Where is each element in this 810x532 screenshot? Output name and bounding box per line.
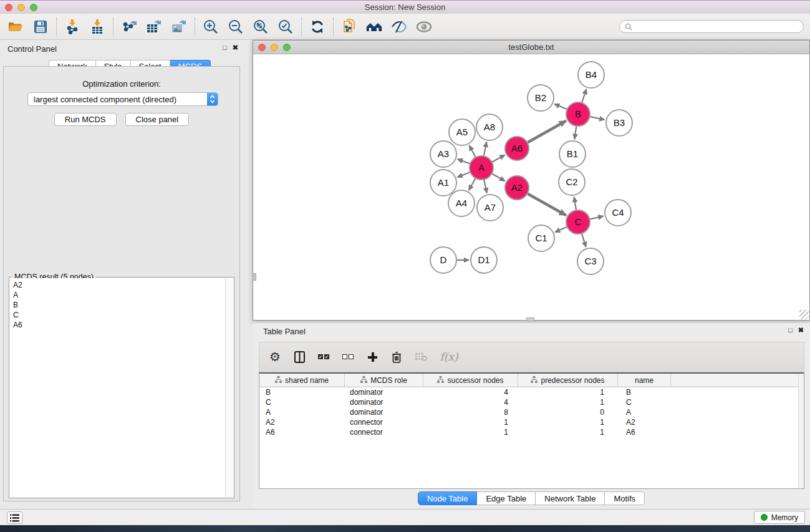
mcds-result-list[interactable]: A2ABCA6 (10, 278, 225, 497)
edge-A-A7[interactable] (484, 180, 487, 193)
save-session-button[interactable] (32, 19, 49, 35)
table-close-panel-icon[interactable]: ✖ (798, 326, 804, 334)
export-network-button[interactable] (121, 19, 137, 35)
search-field[interactable] (619, 20, 804, 33)
edge-A-A1[interactable] (457, 172, 470, 177)
table-cell[interactable]: 1 (518, 397, 618, 407)
column-header-successor-nodes[interactable]: successor nodes (423, 374, 518, 387)
refresh-button[interactable] (309, 19, 325, 35)
open-file-button[interactable] (7, 19, 24, 35)
minimize-window-button[interactable] (17, 4, 25, 11)
edge-A-A4[interactable] (469, 178, 475, 190)
node-A1[interactable]: A1 (430, 170, 456, 196)
table-row[interactable]: Bdominator41B (259, 387, 804, 397)
mcds-result-scrollbar[interactable] (225, 278, 233, 497)
create-column-button[interactable] (365, 350, 379, 364)
network-close-button[interactable] (258, 44, 266, 51)
close-panel-icon[interactable]: ✖ (233, 44, 238, 52)
node-C2[interactable]: C2 (559, 169, 585, 195)
node-A5[interactable]: A5 (449, 119, 475, 145)
table-cell[interactable]: dominator (345, 387, 423, 397)
network-canvas[interactable]: B4B2BB3B1A5A8A3AA1A4A7A6A2C2CC4C1C3DD1 (253, 54, 809, 321)
edge-C-C1[interactable] (555, 227, 567, 232)
tab-motifs[interactable]: Motifs (605, 491, 645, 505)
node-D1[interactable]: D1 (471, 247, 497, 273)
node-table[interactable]: shared nameMCDS rolesuccessor nodesprede… (259, 372, 804, 489)
table-row[interactable]: Adominator80A (259, 407, 804, 417)
edge-A2-C[interactable] (528, 194, 566, 215)
network-left-scrollbar-thumb[interactable] (253, 273, 256, 281)
node-B2[interactable]: B2 (528, 85, 554, 111)
table-settings-button[interactable]: ⚙ (268, 350, 282, 364)
mcds-result-item[interactable]: A2 (13, 280, 222, 290)
table-cell[interactable]: A2 (259, 417, 345, 427)
show-columns-button[interactable] (292, 350, 306, 364)
table-cell[interactable]: B (618, 387, 671, 397)
node-A8[interactable]: A8 (476, 114, 503, 140)
zoom-in-button[interactable] (203, 19, 219, 35)
table-cell[interactable]: 1 (423, 427, 518, 437)
node-A7[interactable]: A7 (477, 195, 503, 221)
table-row[interactable]: Cdominator41C (259, 397, 804, 407)
table-cell[interactable]: 4 (423, 397, 518, 407)
table-cell[interactable]: dominator (345, 407, 423, 417)
edge-A-A3[interactable] (458, 159, 470, 163)
node-B4[interactable]: B4 (578, 62, 604, 88)
edge-C-C4[interactable] (590, 216, 603, 219)
select-all-columns-button[interactable]: ✓✓ (317, 350, 330, 364)
node-C4[interactable]: C4 (605, 200, 631, 226)
node-table-scrollbar[interactable] (798, 374, 804, 488)
resize-grip-icon[interactable] (799, 310, 809, 319)
deselect-all-columns-button[interactable]: ✓✓ (341, 350, 355, 364)
edge-A-A5[interactable] (469, 145, 475, 157)
table-cell[interactable]: A2 (618, 417, 671, 427)
table-cell[interactable]: B (259, 387, 345, 397)
export-table-button[interactable] (146, 19, 162, 35)
table-cell[interactable]: C (259, 397, 345, 407)
zoom-out-button[interactable] (228, 19, 244, 35)
column-header-MCDS-role[interactable]: MCDS role (345, 374, 423, 387)
table-cell[interactable]: 1 (518, 427, 618, 437)
node-B1[interactable]: B1 (559, 141, 586, 167)
table-cell[interactable]: 1 (518, 387, 618, 397)
table-cell[interactable]: 1 (423, 417, 518, 427)
network-canvas-area[interactable]: B4B2BB3B1A5A8A3AA1A4A7A6A2C2CC4C1C3DD1 (253, 54, 809, 320)
column-header-name[interactable]: name (618, 374, 671, 387)
table-cell[interactable]: 8 (423, 407, 518, 417)
edge-C-C3[interactable] (582, 234, 586, 247)
node-B[interactable]: B (566, 102, 590, 126)
edge-A-A6[interactable] (493, 155, 505, 162)
network-from-selection-button[interactable] (341, 19, 357, 35)
close-window-button[interactable] (5, 4, 12, 11)
node-A6[interactable]: A6 (505, 137, 529, 160)
edge-C-C2[interactable] (574, 197, 576, 210)
edge-A-A2[interactable] (492, 174, 504, 181)
show-all-button[interactable] (416, 19, 432, 35)
zoom-fit-button[interactable] (253, 19, 269, 35)
float-panel-icon[interactable]: □ (223, 44, 227, 52)
delete-column-button[interactable] (390, 350, 403, 364)
table-cell[interactable]: 1 (518, 417, 618, 427)
node-B3[interactable]: B3 (606, 110, 632, 136)
task-history-button[interactable] (7, 511, 22, 524)
tab-node-table[interactable]: Node Table (418, 491, 478, 505)
table-cell[interactable]: 4 (423, 387, 518, 397)
edge-B-B2[interactable] (554, 104, 567, 110)
export-image-button[interactable] (171, 19, 187, 35)
table-cell[interactable]: C (618, 397, 671, 407)
column-header-shared-name[interactable]: shared name (259, 374, 345, 387)
function-builder-button[interactable]: f(x) (438, 350, 460, 364)
table-cell[interactable]: A (618, 407, 671, 417)
table-cell[interactable]: connector (345, 427, 423, 437)
network-minimize-button[interactable] (271, 44, 278, 51)
hide-selected-button[interactable] (391, 19, 407, 35)
tab-network-table[interactable]: Network Table (536, 491, 605, 505)
node-C3[interactable]: C3 (577, 248, 604, 274)
first-neighbors-button[interactable] (366, 19, 382, 35)
import-table-button[interactable] (89, 19, 105, 35)
mcds-result-item[interactable]: B (13, 300, 222, 310)
network-splitter-handle[interactable] (526, 317, 534, 321)
edge-B-B4[interactable] (582, 89, 586, 102)
node-D[interactable]: D (430, 247, 456, 273)
table-cell[interactable]: connector (345, 417, 423, 427)
